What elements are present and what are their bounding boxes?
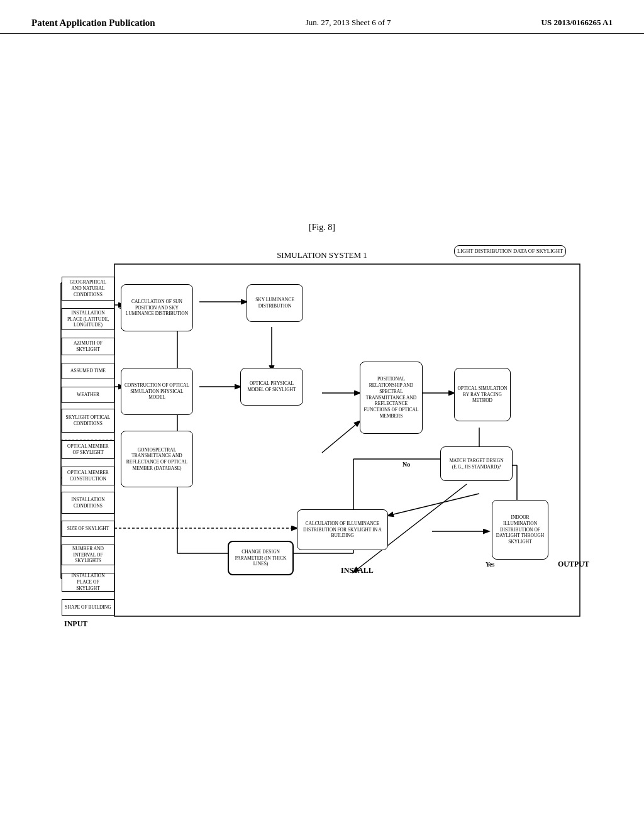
box-goniospectral: GONIOSPECTRAL TRANSMITTANCE AND REFLECTA… (121, 431, 193, 487)
box-geo-natural: GEOGRAPHICAL AND NATURAL CONDITIONS (62, 277, 114, 301)
box-calc-illuminance: CALCULATION OF ILLUMINANCE DISTRIBUTION … (297, 509, 388, 550)
output-label: OUTPUT (558, 560, 589, 569)
page-header: Patent Application Publication Jun. 27, … (0, 0, 644, 34)
yes-label: Yes (486, 561, 494, 568)
box-shape-building: SHAPE OF BUILDING (62, 599, 114, 616)
input-label: INPUT (64, 619, 87, 629)
box-weather: WEATHER (62, 387, 114, 403)
box-optical-member: OPTICAL MEMBER OF SKYLIGHT (62, 440, 114, 459)
box-indoor-illumination: INDOOR ILLUMINATION DISTRIBUTION OF DAYL… (492, 500, 548, 560)
header-left: Patent Application Publication (31, 18, 155, 28)
box-skylight-optical: SKYLIGHT OPTICAL CONDITIONS (62, 409, 114, 433)
box-positional-relationship: POSITIONAL RELATIONSHIP AND SPECTRAL TRA… (360, 362, 423, 434)
header-right: US 2013/0166265 A1 (541, 18, 613, 28)
svg-line-11 (388, 494, 479, 516)
no-label: No (402, 461, 410, 468)
box-light-distribution: LIGHT DISTRIBUTION DATA OF SKYLIGHT (454, 245, 566, 257)
box-azimuth: AZIMUTH OF SKYLIGHT (62, 338, 114, 355)
box-number-interval: NUMBER AND INTERVAL OF SKYLIGHTS (62, 545, 114, 565)
box-optical-simulation: OPTICAL SIMULATION BY RAY TRACING METHOD (454, 368, 511, 421)
box-assumed-time: ASSUMED TIME (62, 363, 114, 379)
box-size-skylight: SIZE OF SKYLIGHT (62, 521, 114, 537)
box-optical-physical-model: OPTICAL PHYSICAL MODEL OF SKYLIGHT (240, 368, 303, 406)
box-match-target: MATCH TARGET DESIGN (E.G., JIS STANDARD)… (440, 446, 513, 481)
header-center: Jun. 27, 2013 Sheet 6 of 7 (306, 18, 391, 28)
box-optical-member-construction: OPTICAL MEMBER CONSTRUCTION (62, 467, 114, 485)
box-calc-sun: CALCULATION OF SUN POSITION AND SKY LUMI… (121, 284, 193, 331)
box-installation-place: INSTALLATION PLACE (LATITUDE, LONGITUDE) (62, 308, 114, 330)
svg-line-23 (177, 308, 316, 572)
install-label: INSTALL (341, 566, 374, 575)
diagram-container: SIMULATION SYSTEM 1 GEOGRAPHICAL AND NAT… (52, 245, 592, 635)
box-change-design: CHANGE DESIGN PARAMETER (IN THICK LINES) (228, 541, 294, 575)
svg-line-12 (322, 421, 360, 453)
box-sky-luminance: SKY LUMINANCE DISTRIBUTION (247, 284, 303, 322)
box-installation-conditions: INSTALLATION CONDITIONS (62, 492, 114, 514)
box-construction-optical: CONSTRUCTION OF OPTICAL SIMULATION PHYSI… (121, 368, 193, 415)
box-installation-place-skylight: INSTALLATION PLACE OF SKYLIGHT (62, 573, 114, 592)
figure-label: [Fig. 8] (0, 223, 644, 233)
